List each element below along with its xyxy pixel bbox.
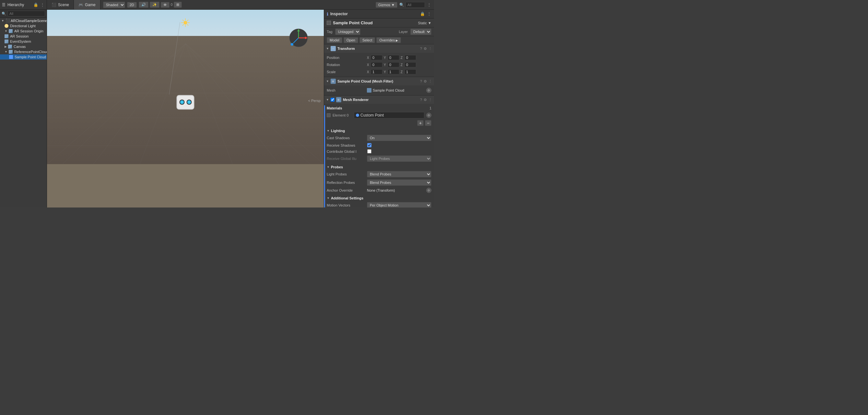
tab-game[interactable]: 🎮 Game <box>74 0 100 9</box>
light-probes-dropdown[interactable]: Blend Probes <box>367 171 431 177</box>
inspector-header: ℹ Inspector 🔒 ⋮ <box>324 10 434 19</box>
gizmos-button[interactable]: Gizmos ▼ <box>376 2 397 8</box>
sy-label: Y <box>384 70 387 74</box>
mesh-select-btn[interactable]: ⊙ <box>426 88 431 93</box>
rotation-z-input[interactable] <box>404 62 416 67</box>
layer-dropdown[interactable]: Default <box>410 29 431 35</box>
hierarchy-item-directional-light[interactable]: Directional Light <box>0 23 47 29</box>
robot-eye-right <box>186 100 191 105</box>
2d-button[interactable]: 2D <box>127 2 137 8</box>
canvas-icon <box>8 45 12 48</box>
robot-object[interactable] <box>177 95 194 109</box>
collapse-arrow-icon: ▼ <box>326 47 329 50</box>
grid-button[interactable]: ⊞ <box>174 2 182 8</box>
cast-shadows-dropdown[interactable]: On <box>367 135 431 141</box>
tab-scene[interactable]: ⬛ Scene <box>47 0 74 9</box>
receive-gi-row: Receive Global Illu Light Probes <box>327 154 431 163</box>
inspector-title: Inspector <box>330 12 418 16</box>
layer-label: Layer <box>399 30 408 34</box>
help-icon[interactable]: ? <box>420 46 422 50</box>
mesh-renderer-header[interactable]: ▼ ⊞ Mesh Renderer ? ⚙ ⋮ <box>324 96 434 104</box>
hierarchy-item-ar-session[interactable]: AR Session <box>0 34 47 39</box>
reflection-probes-label: Reflection Probes <box>327 181 366 184</box>
perspective-label: < Persp <box>308 99 320 103</box>
scene-name: ARCloudSampleScene* <box>11 19 47 23</box>
mesh-renderer-checkbox[interactable] <box>331 98 335 102</box>
scale-x-input[interactable] <box>371 69 382 74</box>
reflection-probes-dropdown[interactable]: Blend Probes <box>367 179 431 186</box>
hierarchy-item-canvas[interactable]: ▶ Canvas <box>0 44 47 49</box>
element-value: Custom Point <box>354 112 424 118</box>
hierarchy-more-icon[interactable]: ⋮ <box>40 2 45 7</box>
position-y-input[interactable] <box>388 55 399 60</box>
settings-icon[interactable]: ⚙ <box>424 79 427 83</box>
tag-dropdown[interactable]: Untagged <box>335 29 361 35</box>
mesh-filter-body: Mesh Sample Point Cloud ⊙ <box>324 85 434 95</box>
remove-material-button[interactable]: − <box>425 120 431 126</box>
hierarchy-search-input[interactable] <box>7 11 45 16</box>
transform-header[interactable]: ▼ ↔ Transform ? ⚙ ⋮ <box>324 44 434 53</box>
scale-y-input[interactable] <box>388 69 399 74</box>
y-label: Y <box>384 56 387 60</box>
more-icon[interactable]: ⋮ <box>429 79 432 83</box>
fx-button[interactable]: ✨ <box>150 2 159 8</box>
hierarchy-item-ar-session-origin[interactable]: ▼ AR Session Origin <box>0 29 47 34</box>
static-label: Static <box>418 21 427 25</box>
scene-search-input[interactable] <box>405 2 425 8</box>
audio-button[interactable]: 🔊 <box>139 2 149 8</box>
inspector-more-icon[interactable]: ⋮ <box>427 11 431 16</box>
more-icon[interactable]: ⋮ <box>429 46 432 51</box>
static-dropdown-icon[interactable]: ▼ <box>428 21 431 25</box>
overrides-button[interactable]: Overrides ▶ <box>376 37 401 43</box>
lighting-header[interactable]: ▼ Lighting <box>327 128 431 134</box>
more-icon[interactable]: ⋮ <box>429 98 432 102</box>
anchor-override-btn[interactable]: ⊙ <box>426 188 431 193</box>
anchor-override-value: None (Transform) <box>367 188 425 192</box>
mesh-value-text: Sample Point Cloud <box>373 89 404 92</box>
rotation-x-input[interactable] <box>371 62 382 67</box>
hierarchy-scene-root[interactable]: ▼ ⬛ ARCloudSampleScene* <box>0 18 47 23</box>
mesh-filter-header[interactable]: ▼ ⊞ Sample Point Cloud (Mesh Filter) ? ⚙… <box>324 77 434 85</box>
select-button[interactable]: Select <box>360 37 375 43</box>
help-icon[interactable]: ? <box>420 98 422 102</box>
tag-layer-row: Tag Untagged Layer Default <box>324 28 434 36</box>
model-button[interactable]: Model <box>327 37 342 43</box>
motion-vectors-dropdown[interactable]: Per Object Motion <box>367 202 431 207</box>
object-active-checkbox[interactable] <box>327 21 331 25</box>
hierarchy-item-sample-point-cloud[interactable]: Sample Point Cloud <box>0 55 47 60</box>
scene-view[interactable]: < Persp <box>47 10 324 207</box>
svg-point-16 <box>184 21 187 24</box>
additional-settings-header[interactable]: ▼ Additional Settings <box>327 195 431 201</box>
contribute-gi-checkbox[interactable] <box>367 149 371 153</box>
open-button[interactable]: Open <box>344 37 358 43</box>
gizmo-widget <box>288 28 309 49</box>
hierarchy-item-eventsystem[interactable]: EventSystem <box>0 39 47 44</box>
add-material-button[interactable]: + <box>417 120 424 126</box>
cast-shadows-label: Cast Shadows <box>327 136 366 140</box>
probes-header[interactable]: ▼ Probes <box>327 164 431 170</box>
rotation-row: Rotation X Y Z <box>327 61 431 68</box>
scale-y-field: Y <box>384 69 399 74</box>
blue-accent-bar <box>324 105 325 207</box>
shading-dropdown[interactable]: Shaded <box>103 2 125 8</box>
settings-icon[interactable]: ⚙ <box>424 46 427 51</box>
position-x-input[interactable] <box>371 55 382 60</box>
eventsystem-label: EventSystem <box>10 39 31 43</box>
arrow-icon: ▶ <box>4 45 7 48</box>
element-select-btn[interactable]: ⊙ <box>426 113 431 118</box>
mesh-renderer-icon: ⊞ <box>336 97 341 102</box>
rx-label: X <box>367 63 370 67</box>
settings-icon[interactable]: ⚙ <box>424 98 427 102</box>
rotation-y-input[interactable] <box>388 62 399 67</box>
toolbar-more-icon[interactable]: ⋮ <box>427 2 431 7</box>
receive-shadows-checkbox[interactable] <box>367 143 371 147</box>
receive-gi-dropdown[interactable]: Light Probes <box>367 155 431 162</box>
position-z-input[interactable] <box>404 55 416 60</box>
hierarchy-item-reference-point-cloud[interactable]: ▼ ReferencePointCloud <box>0 49 47 55</box>
scene-vis-button[interactable]: 👁 <box>161 2 169 8</box>
scale-z-input[interactable] <box>404 69 416 74</box>
eventsystem-icon <box>4 39 8 43</box>
inspector-lock-icon[interactable]: 🔒 <box>420 12 425 16</box>
help-icon[interactable]: ? <box>420 79 422 83</box>
rotation-xyz: X Y Z <box>367 62 431 67</box>
